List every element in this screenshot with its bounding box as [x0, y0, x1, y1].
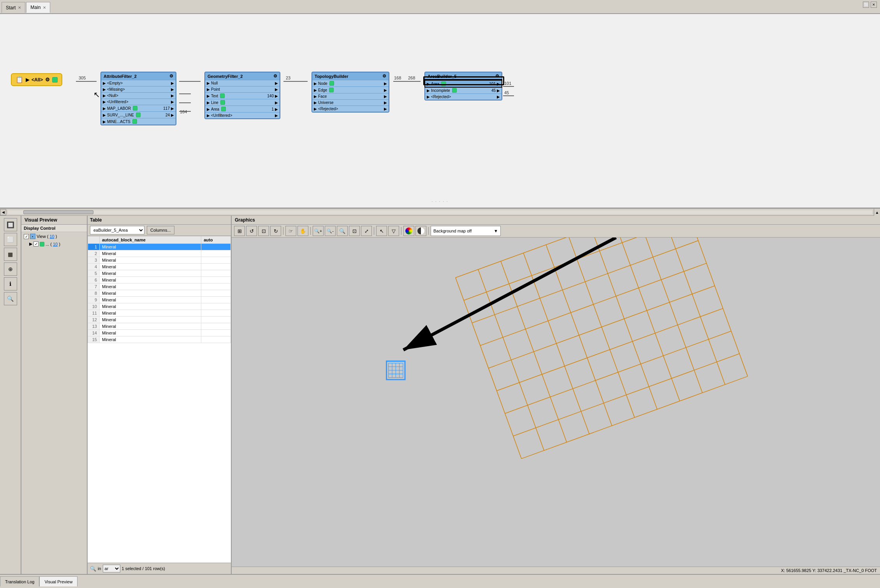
sub-count[interactable]: 10 [53, 242, 58, 246]
tab-main-close[interactable]: ✕ [43, 5, 46, 10]
row-num: 6 [88, 277, 100, 283]
area-builder-title: AreaBuilder_5 [428, 74, 457, 79]
sub-label: ... ( [46, 242, 52, 246]
row-block-name: Mineral [100, 244, 201, 250]
gtb-btn-select[interactable]: ☞ [285, 226, 296, 236]
gtb-btn-color[interactable] [403, 226, 414, 236]
dc-icon-search[interactable]: 🔍 [4, 292, 17, 305]
gtb-btn-zoom[interactable]: 🔍 [337, 226, 348, 236]
search-in-label: in [98, 566, 101, 571]
table-row[interactable]: 9Mineral [88, 297, 231, 303]
attr-port-mineacts: ▶MINE...ACTS [101, 118, 176, 125]
table-row[interactable]: 15Mineral [88, 336, 231, 343]
gtb-btn-refresh[interactable]: ↺ [246, 226, 257, 236]
row-block-name: Mineral [100, 283, 201, 290]
table-row[interactable]: 1Mineral [88, 244, 231, 250]
geom-port-line: ▶Line ▶ [205, 99, 280, 106]
table-row[interactable]: 6Mineral [88, 277, 231, 283]
svg-line-31 [591, 238, 657, 409]
gtb-btn-redo[interactable]: ↻ [270, 226, 281, 236]
table-row[interactable]: 10Mineral [88, 303, 231, 310]
canvas-area: 305 164 23 168 268 101 45 📋 ▶ <All> ⚙ At… [0, 14, 880, 209]
table-row[interactable]: 4Mineral [88, 264, 231, 270]
gtb-btn-zoomout[interactable]: 🔍- [325, 226, 336, 236]
scroll-left[interactable]: ◀ [0, 209, 6, 215]
background-map-dropdown[interactable]: Background map off ▼ [431, 226, 501, 236]
search-field-select[interactable]: ar [103, 565, 120, 572]
gtb-btn-halftone[interactable] [415, 226, 426, 236]
attr-filter-title: AttributeFilter_2 [104, 74, 137, 79]
svg-line-25 [456, 278, 521, 459]
table-row[interactable]: 2Mineral [88, 250, 231, 257]
dc-icon-table[interactable]: ▦ [4, 248, 17, 261]
gtb-btn-fit[interactable]: ⤢ [361, 226, 372, 236]
sub-expand[interactable]: ▶ [29, 241, 32, 246]
dc-icon-info[interactable]: ℹ [4, 277, 17, 290]
gtb-btn-filter[interactable]: ▽ [388, 226, 399, 236]
view-count[interactable]: 10 [49, 234, 54, 239]
source-gear[interactable]: ⚙ [45, 77, 50, 83]
topo-builder-title: TopologyBuilder [315, 74, 348, 79]
area-builder-gear[interactable]: ⚙ [495, 74, 499, 79]
attr-filter-node[interactable]: AttributeFilter_2 ⚙ ▶<Empty>▶ ▶<Missing>… [100, 72, 176, 125]
geom-filter-node[interactable]: GeometryFilter_2 ⚙ ▶Null▶ ▶Point▶ ▶Text … [204, 72, 280, 119]
table-source-select[interactable]: eaBuilder_5_Area [90, 226, 144, 234]
geom-filter-gear[interactable]: ⚙ [273, 74, 277, 79]
bottom-tab-visual-preview[interactable]: Visual Preview [39, 576, 77, 586]
table-row[interactable]: 7Mineral [88, 283, 231, 290]
row-block-name: Mineral [100, 290, 201, 297]
svg-line-30 [568, 238, 634, 417]
dc-icon-view[interactable]: ⬜ [4, 233, 17, 246]
row-block-name: Mineral [100, 330, 201, 336]
row-block-name: Mineral [100, 250, 201, 257]
row-block-name: Mineral [100, 336, 201, 343]
scroll-expand[interactable]: ▲ [874, 209, 880, 216]
area-builder-node[interactable]: AreaBuilder_5 ⚙ ▶Area 101 ▶ ▶Incomplete … [424, 72, 502, 100]
row-block-name: Mineral [100, 303, 201, 310]
bottom-tab-translation-log[interactable]: Translation Log [0, 576, 39, 586]
source-node[interactable]: 📋 ▶ <All> ⚙ [11, 73, 62, 86]
scrollbar-track[interactable] [8, 210, 872, 214]
sub-checkbox[interactable]: ✓ [33, 241, 39, 246]
columns-button[interactable]: Columns... [147, 226, 174, 234]
table-row[interactable]: 12Mineral [88, 317, 231, 323]
visual-preview-sidebar: Visual Preview Display Control ✓ ▪ View … [21, 216, 88, 574]
gtb-btn-copy[interactable]: ⊡ [258, 226, 269, 236]
tab-bar: Start ✕ Main ✕ ⬜ ✕ [0, 0, 880, 14]
row-num: 12 [88, 317, 100, 323]
table-row[interactable]: 13Mineral [88, 323, 231, 330]
table-scroll[interactable]: autocad_block_name auto 1Mineral2Mineral… [88, 236, 231, 563]
table-row[interactable]: 8Mineral [88, 290, 231, 297]
tab-start[interactable]: Start ✕ [2, 2, 25, 13]
table-row[interactable]: 11Mineral [88, 310, 231, 317]
table-row[interactable]: 5Mineral [88, 270, 231, 277]
tab-main[interactable]: Main ✕ [26, 2, 50, 13]
dc-icon-connect[interactable]: ⊕ [4, 262, 17, 276]
display-control-label: Display Control [21, 225, 87, 232]
topo-builder-node[interactable]: TopologyBuilder ⚙ ▶Node ▶ ▶Edge ▶ ▶Face▶… [312, 72, 389, 113]
view-checkbox[interactable]: ✓ [24, 234, 29, 239]
attr-filter-gear[interactable]: ⚙ [169, 74, 173, 79]
background-map-label: Background map off [433, 229, 472, 233]
gtb-btn-zoomin[interactable]: 🔍+ [313, 226, 324, 236]
gtb-btn-extent[interactable]: ⊡ [349, 226, 360, 236]
close-btn[interactable]: ✕ [871, 2, 877, 8]
tab-start-close[interactable]: ✕ [18, 5, 21, 10]
gtb-btn-grid[interactable]: ⊞ [234, 226, 245, 236]
canvas-scrollbar[interactable]: ◀ ▶ ▲ [0, 209, 880, 216]
graphics-canvas[interactable] [232, 238, 880, 567]
gtb-btn-select2[interactable]: ↖ [376, 226, 387, 236]
row-block-name: Mineral [100, 297, 201, 303]
topo-builder-gear[interactable]: ⚙ [382, 74, 386, 79]
graphics-toolbar: ⊞ ↺ ⊡ ↻ ☞ ✋ 🔍+ 🔍- 🔍 ⊡ ⤢ ↖ ▽ B [232, 225, 880, 238]
restore-btn[interactable]: ⬜ [863, 2, 869, 8]
topo-port-rejected: ▶<Rejected>▶ [312, 106, 389, 112]
view-label: View ( [37, 234, 48, 239]
gtb-btn-pan[interactable]: ✋ [297, 226, 308, 236]
table-row[interactable]: 3Mineral [88, 257, 231, 264]
dc-icon-select[interactable]: 🔲 [4, 218, 17, 231]
row-block-name: Mineral [100, 257, 201, 264]
scrollbar-thumb[interactable] [23, 210, 93, 214]
table-row[interactable]: 14Mineral [88, 330, 231, 336]
window-controls: ⬜ ✕ [863, 2, 877, 8]
